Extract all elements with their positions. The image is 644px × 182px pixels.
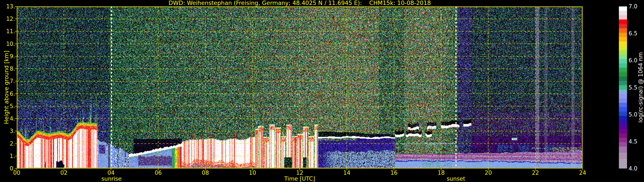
colorbar-segment (619, 98, 627, 103)
tick-mark (488, 169, 488, 171)
colorbar-segment (619, 85, 627, 90)
colorbar-segment (619, 59, 627, 63)
colorbar-tick-label: 5.0 (628, 111, 637, 117)
tick-mark (16, 169, 17, 171)
colorbar (619, 6, 627, 169)
tick-mark (205, 169, 206, 171)
x-tick-label: 18 (432, 170, 451, 176)
ceilometer-quicklook-figure: { "title": "DWD: Weihenstephan (Freising… (0, 0, 644, 182)
y-tick-label: 13. (0, 3, 15, 9)
y-tick-label: 3. (0, 128, 15, 134)
chart-title: DWD: Weihenstephan (Freising, Germany; 4… (17, 0, 582, 6)
colorbar-segment (619, 68, 627, 72)
x-tick-label: 20 (479, 170, 498, 176)
colorbar-segment (619, 120, 627, 125)
colorbar-segment (619, 77, 627, 81)
colorbar-segment (619, 116, 627, 120)
tick-mark (15, 44, 17, 44)
colorbar-segment (619, 133, 627, 138)
sunrise-label: sunrise (90, 176, 133, 182)
colorbar-segment (619, 90, 627, 94)
y-tick-label: 12. (0, 16, 15, 22)
x-tick-label: 08 (196, 170, 215, 176)
colorbar-segment (619, 81, 627, 85)
tick-mark (15, 118, 17, 119)
colorbar-tick-label: 4.0 (628, 166, 637, 172)
colorbar-segment (619, 55, 627, 59)
colorbar-segment (619, 50, 627, 55)
tick-mark (158, 169, 158, 171)
tick-mark (15, 156, 17, 156)
colorbar-segment (619, 153, 627, 159)
tick-mark (535, 169, 536, 171)
colorbar-segment (619, 107, 627, 111)
y-tick-label: 11. (0, 28, 15, 34)
colorbar-segment (619, 147, 627, 153)
y-tick-label: 8. (0, 66, 15, 72)
colorbar-tick-label: 5.5 (628, 85, 637, 91)
tick-mark (15, 19, 17, 19)
tick-mark (64, 169, 64, 171)
colorbar-segment (619, 15, 627, 19)
colorbar-segment (619, 33, 627, 37)
grid-overlay-canvas (17, 6, 582, 169)
colorbar-segment (619, 142, 627, 146)
colorbar-label: log(rc-signal) @ 1064 nm (637, 52, 644, 122)
tick-mark (15, 6, 17, 7)
colorbar-segment (619, 19, 627, 24)
colorbar-segment (619, 94, 627, 98)
y-tick-label: 4. (0, 116, 15, 122)
colorbar-segment (619, 63, 627, 68)
y-tick-label: 6. (0, 91, 15, 97)
tick-mark (252, 169, 253, 171)
colorbar-segment (619, 28, 627, 33)
tick-mark (15, 31, 17, 31)
colorbar-segment (619, 103, 627, 107)
sunset-label: sunset (434, 176, 478, 182)
colorbar-tick-label: 6.0 (628, 57, 637, 63)
tick-mark (347, 169, 347, 171)
x-tick-label: 16 (384, 170, 404, 176)
colorbar-segment (619, 6, 627, 11)
x-tick-label: 06 (148, 170, 168, 176)
colorbar-segment (619, 129, 627, 133)
colorbar-segment (619, 11, 627, 15)
x-tick-label: 22 (526, 170, 545, 176)
tick-mark (300, 169, 300, 171)
tick-mark (15, 69, 17, 69)
x-tick-label: 02 (54, 170, 74, 176)
colorbar-segment (619, 111, 627, 116)
y-tick-label: 7. (0, 78, 15, 84)
y-tick-label: 2. (0, 141, 15, 147)
y-tick-label: 5. (0, 103, 15, 109)
tick-mark (582, 169, 583, 171)
colorbar-tick-label: 6.5 (628, 30, 637, 36)
x-tick-label: 04 (101, 170, 121, 176)
y-tick-label: 10. (0, 41, 15, 47)
tick-mark (15, 106, 17, 106)
x-tick-label: 14 (337, 170, 356, 176)
tick-mark (15, 131, 17, 131)
colorbar-segment (619, 37, 627, 41)
y-tick-label: 1. (0, 153, 15, 159)
colorbar-tick-label: 7.0 (628, 3, 637, 9)
tick-mark (15, 93, 17, 94)
y-tick-label: 9. (0, 53, 15, 59)
x-tick-label: 00 (7, 170, 26, 176)
tick-mark (15, 81, 17, 81)
colorbar-segment (619, 159, 627, 169)
colorbar-segment (619, 42, 627, 46)
tick-mark (111, 169, 111, 171)
tick-mark (394, 169, 394, 171)
x-tick-label: 12 (290, 170, 309, 176)
tick-mark (441, 169, 441, 171)
x-tick-label: 10 (243, 170, 262, 176)
colorbar-segment (619, 46, 627, 50)
x-tick-label: 24 (573, 170, 592, 176)
colorbar-segment (619, 72, 627, 77)
colorbar-segment (619, 125, 627, 129)
colorbar-segment (619, 24, 627, 28)
colorbar-tick-label: 4.5 (628, 139, 637, 145)
colorbar-segment (619, 138, 627, 142)
y-axis-label: Height above ground [km] (3, 51, 10, 124)
